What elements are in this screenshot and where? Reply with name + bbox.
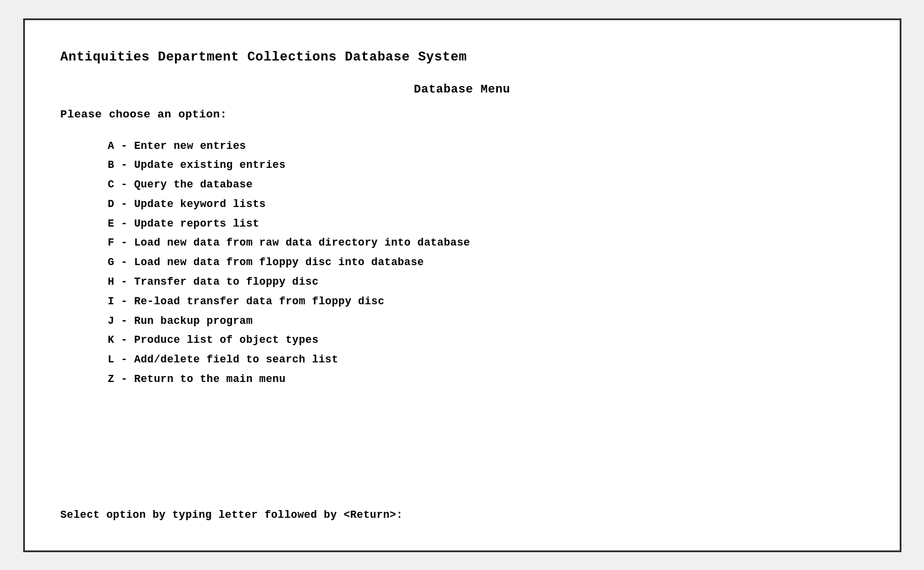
menu-item[interactable]: C - Query the database xyxy=(108,176,864,193)
app-title: Antiquities Department Collections Datab… xyxy=(61,50,864,65)
menu-item[interactable]: B - Update existing entries xyxy=(108,157,864,174)
menu-item[interactable]: K - Produce list of object types xyxy=(108,332,864,349)
menu-item[interactable]: A - Enter new entries xyxy=(108,138,864,155)
menu-title: Database Menu xyxy=(61,82,864,96)
screen-container: Antiquities Department Collections Datab… xyxy=(23,18,901,552)
prompt-text: Please choose an option: xyxy=(61,108,864,121)
menu-item[interactable]: J - Run backup program xyxy=(108,313,864,330)
menu-item[interactable]: I - Re-load transfer data from floppy di… xyxy=(108,293,864,310)
menu-item[interactable]: G - Load new data from floppy disc into … xyxy=(108,254,864,271)
menu-items: A - Enter new entriesB - Update existing… xyxy=(108,138,864,388)
menu-item[interactable]: D - Update keyword lists xyxy=(108,196,864,213)
menu-item[interactable]: Z - Return to the main menu xyxy=(108,371,864,388)
menu-item[interactable]: H - Transfer data to floppy disc xyxy=(108,273,864,291)
menu-item[interactable]: E - Update reports list xyxy=(108,215,864,233)
select-prompt: Select option by typing letter followed … xyxy=(61,497,864,521)
menu-item[interactable]: F - Load new data from raw data director… xyxy=(108,234,864,251)
menu-item[interactable]: L - Add/delete field to search list xyxy=(108,351,864,368)
